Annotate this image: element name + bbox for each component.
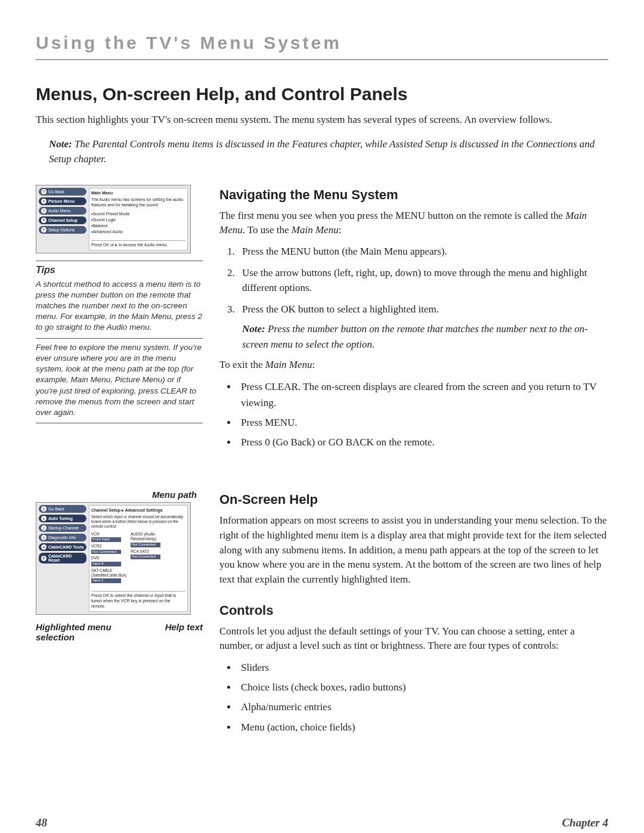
tv-menu-screenshot-1: 0Go Back 1Picture Menu 2Audio Menu 3Chan… [36, 185, 191, 253]
nav-label: Startup Channel [48, 526, 79, 530]
step-2: Use the arrow buttons (left, right, up, … [237, 265, 608, 296]
tv2-value: Not Connected [131, 555, 160, 559]
onscreen-help-body: Information appears on most screens to a… [219, 513, 608, 587]
tv-menu-item: •Balance [91, 223, 185, 228]
tv-menu-screenshot-2: 0Go Back 1Auto Tuning 2Startup Channel 3… [36, 502, 191, 614]
controls-body: Controls let you adjust the default sett… [219, 624, 608, 654]
tv-menu-title: Channel Setup ▸ Advanced Settings [91, 507, 185, 513]
tv2-label: AUDIO (Audio Receiver/Amp) [131, 532, 166, 542]
controls-heading: Controls [219, 603, 608, 618]
tv-menu-desc: Select which input or channel should be … [91, 515, 185, 529]
nav-num: 5 [41, 556, 47, 561]
chapter-header: Using the TV's Menu System [36, 33, 608, 60]
nav-num: 3 [41, 218, 47, 223]
nav-num: 0 [41, 506, 47, 512]
step-1: Press the MENU button (the Main Menu app… [237, 244, 608, 259]
tv2-value: Input 1 [91, 578, 121, 583]
nav-num: 1 [41, 199, 47, 204]
tv2-value: Not Connected [91, 550, 121, 555]
exit-item: Press MENU. [237, 414, 608, 431]
tip-text-1: A shortcut method to access a menu item … [36, 279, 203, 333]
nav-num: 0 [41, 189, 47, 194]
tv-menu-item: •Sound Preset Mode [91, 211, 185, 216]
nav-num: 2 [41, 208, 47, 213]
top-note: Note: The Parental Controls menu items i… [49, 137, 608, 167]
tv2-value: Not Connected [131, 543, 160, 547]
tv-menu-item: •Advanced Audio [91, 229, 185, 234]
control-type: Menu (action, choice fields) [237, 719, 608, 735]
nav-label: Channel Setup [48, 218, 78, 222]
nav-label: CableCARD Reset [48, 554, 84, 562]
intro-paragraph: This section highlights your TV's on-scr… [36, 113, 608, 127]
nav-num: 4 [41, 227, 47, 233]
tv-menu-footer: Press OK or ▸ to access the Audio menu. [91, 240, 185, 247]
nav-label: Go Back [48, 507, 64, 511]
tip-text-2: Feel free to explore the menu system. If… [36, 342, 203, 419]
tv2-label: SAT-CABLE (Satellite/Cable Box) [91, 568, 127, 578]
tv2-label: DVD [91, 556, 127, 561]
nav-label: Auto Tuning [48, 516, 73, 521]
nav-num: 4 [41, 544, 47, 550]
nav-label: Setup Options [48, 228, 75, 232]
exit-list: Press CLEAR. The on-screen displays are … [237, 379, 608, 451]
nav-label: Go Back [48, 190, 64, 194]
step-3: Press the OK button to select a highligh… [237, 302, 608, 352]
tv2-label: RCA SAT2 [131, 549, 166, 554]
tv2-label: VCR2 [91, 544, 127, 549]
nav-label: CableCARD Tools [48, 545, 83, 549]
page-title: Menus, On-screen Help, and Control Panel… [36, 84, 608, 104]
control-type: Choice lists (check boxes, radio buttons… [237, 679, 608, 695]
tv-menu-item: •Sound Logic [91, 217, 185, 222]
onscreen-help-heading: On-Screen Help [219, 492, 608, 507]
tips-heading: Tips [36, 265, 203, 275]
nav-label: Diagnostic Info [48, 535, 76, 540]
tv-menu-footer: Press OK to select the channel or input … [91, 591, 185, 609]
navigating-heading: Navigating the Menu System [219, 187, 608, 203]
nav-label: Picture Menu [48, 199, 75, 203]
tv-menu-desc: The Audio menu has screens for setting t… [91, 197, 185, 208]
nav-num: 1 [41, 516, 47, 521]
step-3-note: Note: Press the number button on the rem… [242, 321, 608, 352]
exit-item: Press 0 (Go Back) or GO BACK on the remo… [237, 434, 608, 450]
note-label: Note: [49, 138, 72, 150]
note-text: The Parental Controls menu items is disc… [49, 138, 595, 165]
annotation-menupath: Menu path [36, 490, 203, 500]
tv2-value: Front Input [91, 537, 121, 542]
nav-num: 3 [41, 535, 47, 540]
control-type: Alpha/numeric entries [237, 699, 608, 715]
annotation-highlighted: Highlighted menu selection [36, 622, 119, 642]
tv2-label: VCR [91, 532, 127, 537]
exit-intro: To exit the Main Menu: [219, 358, 608, 373]
annotation-helptext: Help text [165, 622, 203, 642]
steps-list: Press the MENU button (the Main Menu app… [237, 244, 608, 352]
controls-list: Sliders Choice lists (check boxes, radio… [237, 659, 608, 735]
control-type: Sliders [237, 659, 608, 676]
nav-label: Audio Menu [48, 209, 70, 213]
chapter-label: Chapter 4 [562, 816, 608, 829]
navigating-intro: The first menu you see when you press th… [219, 209, 608, 238]
exit-item: Press CLEAR. The on-screen displays are … [237, 379, 608, 411]
tv-menu-title: Main Menu [91, 190, 185, 196]
page-footer: 48 Chapter 4 [36, 816, 608, 829]
tv2-value: Input 3 [91, 562, 121, 566]
nav-num: 2 [41, 525, 47, 531]
page-number: 48 [36, 816, 47, 829]
